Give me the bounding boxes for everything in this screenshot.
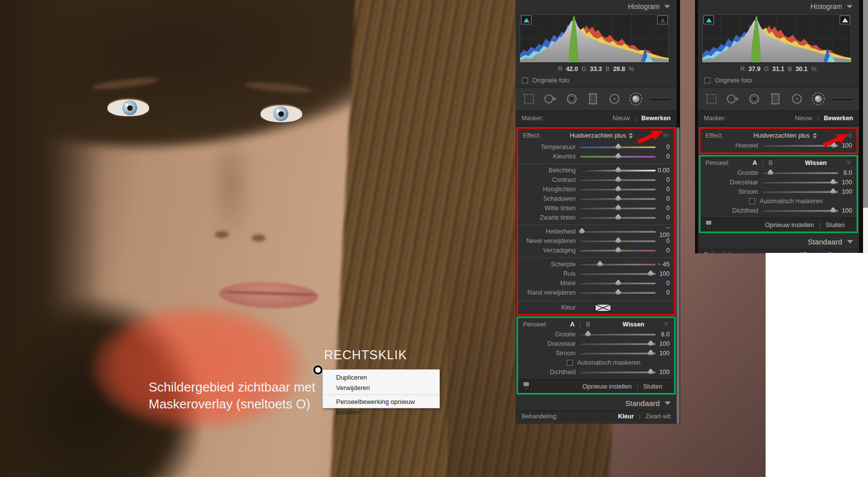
panel-switch-icon[interactable] — [705, 220, 712, 230]
preset-stepper-icon[interactable] — [813, 133, 817, 139]
slider-knob[interactable] — [615, 238, 621, 243]
brush-cursor-icon[interactable] — [313, 365, 323, 375]
slider-knob[interactable] — [615, 205, 621, 210]
crop-overlay-icon[interactable] — [704, 91, 719, 106]
slider-track[interactable] — [580, 217, 656, 219]
red-eye-icon[interactable] — [564, 91, 579, 106]
shadow-clipping-indicator[interactable] — [703, 15, 714, 24]
brush-b-button[interactable]: B — [586, 321, 590, 328]
slider-knob[interactable] — [615, 280, 621, 285]
slider-track[interactable] — [580, 352, 656, 354]
radial-filter-icon[interactable] — [789, 91, 804, 106]
slider-knob[interactable] — [585, 331, 591, 336]
original-photo-checkbox[interactable] — [704, 78, 710, 83]
treatment-bw-button[interactable]: Zwart-wit — [645, 413, 671, 420]
brush-a-button[interactable]: A — [753, 159, 757, 166]
preset-stepper-icon[interactable] — [629, 133, 633, 139]
slider-knob[interactable] — [647, 369, 654, 374]
panel-scrollbar[interactable] — [677, 127, 680, 424]
adjustment-brush-icon[interactable] — [628, 91, 643, 106]
slider-track[interactable] — [763, 191, 838, 193]
menu-item-duplicate[interactable]: Dupliceren — [323, 372, 439, 383]
spot-removal-icon[interactable] — [543, 91, 558, 106]
slider-knob[interactable] — [647, 340, 654, 346]
slider-track[interactable] — [580, 333, 656, 335]
menu-item-reset-brushwork[interactable]: Penseelbewerking opnieuw instellen — [323, 397, 439, 407]
red-eye-icon[interactable] — [747, 91, 762, 106]
slider-track[interactable] — [763, 181, 838, 183]
shadow-clipping-indicator[interactable] — [521, 15, 531, 24]
mask-new-button[interactable]: Nieuw — [795, 115, 812, 122]
reset-button[interactable]: Opnieuw instellen — [583, 383, 632, 390]
menu-item-delete[interactable]: Verwijderen — [323, 383, 439, 393]
slider-knob[interactable] — [615, 289, 621, 295]
chevron-down-icon[interactable] — [664, 5, 670, 8]
slider-track[interactable] — [580, 231, 656, 233]
slider-knob[interactable] — [830, 207, 836, 213]
original-photo-checkbox[interactable] — [522, 78, 528, 83]
brush-a-button[interactable]: A — [570, 321, 575, 328]
graduated-filter-icon[interactable] — [586, 91, 601, 106]
basic-panel-header[interactable]: Standaard — [698, 234, 859, 249]
close-button[interactable]: Sluiten — [643, 383, 662, 390]
slider-track[interactable] — [580, 188, 656, 190]
slider-track[interactable] — [580, 371, 656, 373]
graduated-filter-icon[interactable] — [768, 91, 783, 106]
automask-checkbox[interactable] — [749, 198, 755, 204]
reset-button[interactable]: Opnieuw instellen — [765, 222, 814, 229]
slider-knob[interactable] — [615, 176, 621, 182]
slider-knob[interactable] — [767, 169, 774, 175]
slider-knob[interactable] — [615, 167, 621, 172]
automask-checkbox[interactable] — [567, 360, 573, 366]
slider-track[interactable] — [580, 249, 656, 251]
slider-knob[interactable] — [615, 195, 621, 201]
panel-switch-icon[interactable] — [523, 382, 529, 391]
brush-size-slider[interactable] — [832, 98, 853, 100]
adjustment-brush-icon[interactable] — [811, 91, 826, 106]
slider-knob[interactable] — [615, 186, 621, 191]
slider-track[interactable] — [763, 172, 838, 174]
mask-new-button[interactable]: Nieuw — [612, 115, 630, 122]
radial-filter-icon[interactable] — [607, 91, 622, 106]
slider-track[interactable] — [580, 169, 656, 171]
color-swatch-none[interactable] — [595, 304, 611, 312]
slider-track[interactable] — [580, 198, 656, 200]
slider-track[interactable] — [580, 207, 656, 209]
slider-knob[interactable] — [830, 188, 836, 194]
brush-b-button[interactable]: B — [769, 159, 773, 166]
slider-knob[interactable] — [615, 144, 621, 149]
slider-track[interactable] — [580, 263, 656, 265]
basic-panel-header[interactable]: Standaard — [516, 396, 677, 410]
slider-track[interactable] — [580, 273, 656, 275]
chevron-down-icon[interactable] — [846, 161, 852, 165]
slider-knob[interactable] — [647, 270, 654, 276]
slider-track[interactable] — [580, 282, 656, 284]
crop-overlay-icon[interactable] — [521, 91, 536, 106]
slider-track[interactable] — [763, 210, 838, 212]
highlight-clipping-indicator[interactable] — [840, 15, 850, 24]
slider-knob[interactable] — [615, 214, 621, 220]
histogram-header[interactable]: Histogram — [516, 0, 677, 13]
chevron-down-icon[interactable] — [847, 5, 853, 8]
mask-edit-button[interactable]: Bewerken — [824, 115, 853, 122]
brush-erase-button[interactable]: Wissen — [805, 159, 827, 166]
slider-knob[interactable] — [597, 261, 604, 266]
histogram-header[interactable]: Histogram — [698, 0, 859, 13]
panel-scrollbar[interactable] — [863, 0, 868, 253]
mask-edit-button[interactable]: Bewerken — [641, 115, 671, 122]
treatment-color-button[interactable]: Kleur — [618, 413, 634, 420]
slider-knob[interactable] — [830, 179, 836, 184]
brush-size-slider[interactable] — [650, 98, 671, 100]
brush-erase-button[interactable]: Wissen — [622, 321, 644, 328]
slider-track[interactable] — [580, 156, 656, 158]
slider-track[interactable] — [580, 343, 656, 345]
slider-track[interactable] — [580, 240, 656, 242]
slider-track[interactable] — [580, 179, 656, 181]
close-button[interactable]: Sluiten — [826, 222, 845, 229]
chevron-down-icon[interactable] — [663, 322, 669, 326]
slider-knob[interactable] — [647, 350, 654, 355]
highlight-clipping-indicator[interactable] — [657, 15, 668, 24]
slider-track[interactable] — [580, 292, 656, 294]
slider-knob[interactable] — [615, 153, 621, 159]
histogram[interactable] — [520, 14, 669, 63]
